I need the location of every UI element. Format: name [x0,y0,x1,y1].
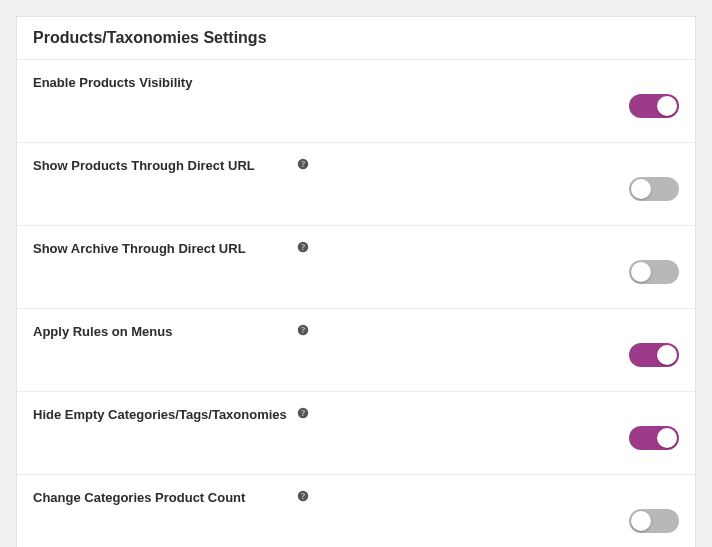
setting-control [309,157,679,201]
toggle-apply-rules-menus[interactable] [629,343,679,367]
help-icon[interactable]: ? [297,490,309,502]
toggle-hide-empty-categories[interactable] [629,426,679,450]
svg-text:?: ? [301,243,305,252]
toggle-change-categories-count[interactable] [629,509,679,533]
toggle-enable-products-visibility[interactable] [629,94,679,118]
help-icon[interactable]: ? [297,241,309,253]
setting-row: Show Archive Through Direct URL ? [17,226,695,309]
setting-control [309,240,679,284]
setting-row: Hide Empty Categories/Tags/Taxonomies ? [17,392,695,475]
help-icon[interactable]: ? [297,407,309,419]
help-placeholder [297,75,311,93]
svg-text:?: ? [301,492,305,501]
setting-label: Show Products Through Direct URL [33,157,293,176]
svg-text:?: ? [301,160,305,169]
settings-panel: Products/Taxonomies Settings Enable Prod… [16,16,696,547]
setting-control [309,489,679,533]
setting-label: Hide Empty Categories/Tags/Taxonomies [33,406,293,425]
svg-text:?: ? [301,409,305,418]
setting-label: Show Archive Through Direct URL [33,240,293,259]
setting-label: Apply Rules on Menus [33,323,293,342]
svg-text:?: ? [301,326,305,335]
setting-label: Enable Products Visibility [33,74,293,93]
panel-title: Products/Taxonomies Settings [17,17,695,60]
setting-control [309,323,679,367]
setting-row: Show Products Through Direct URL ? [17,143,695,226]
setting-control [309,406,679,450]
help-icon[interactable]: ? [297,158,309,170]
toggle-show-products-direct-url[interactable] [629,177,679,201]
setting-label: Change Categories Product Count [33,489,293,508]
setting-row: Change Categories Product Count ? [17,475,695,547]
setting-control [311,74,679,118]
setting-row: Apply Rules on Menus ? [17,309,695,392]
setting-row: Enable Products Visibility [17,60,695,143]
help-icon[interactable]: ? [297,324,309,336]
toggle-show-archive-direct-url[interactable] [629,260,679,284]
